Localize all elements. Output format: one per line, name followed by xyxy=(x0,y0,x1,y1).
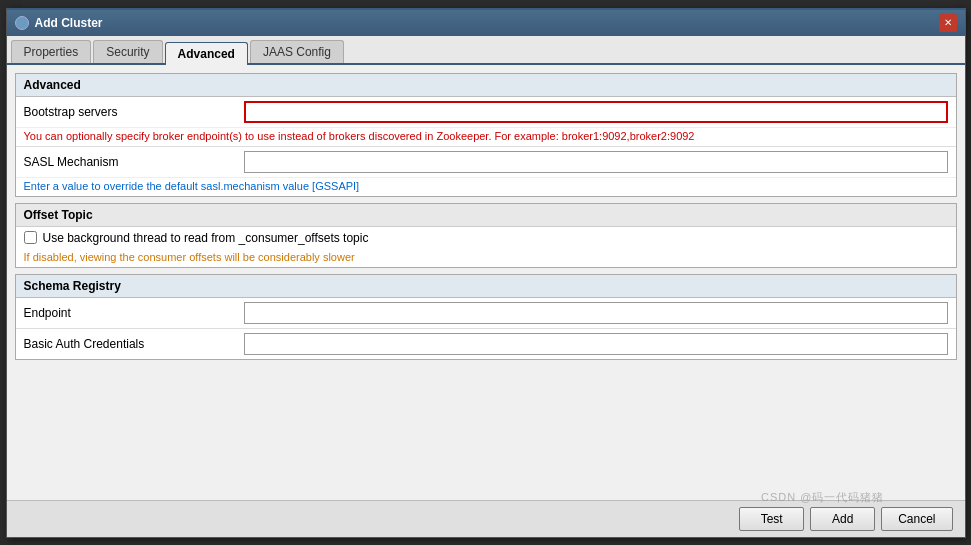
title-bar: Add Cluster ✕ xyxy=(7,10,965,36)
offset-topic-hint: If disabled, viewing the consumer offset… xyxy=(16,249,956,267)
endpoint-label: Endpoint xyxy=(24,306,244,320)
tab-security[interactable]: Security xyxy=(93,40,162,63)
offset-topic-section: Offset Topic Use background thread to re… xyxy=(15,203,957,268)
sasl-mechanism-label: SASL Mechanism xyxy=(24,155,244,169)
endpoint-input[interactable] xyxy=(244,302,948,324)
title-bar-left: Add Cluster xyxy=(15,16,103,30)
tab-properties[interactable]: Properties xyxy=(11,40,92,63)
basic-auth-row: Basic Auth Credentials xyxy=(16,328,956,359)
offset-topic-header: Offset Topic xyxy=(16,204,956,227)
endpoint-row: Endpoint xyxy=(16,298,956,328)
bootstrap-servers-input[interactable] xyxy=(244,101,948,123)
sasl-mechanism-row: SASL Mechanism xyxy=(16,146,956,177)
bootstrap-servers-hint: You can optionally specify broker endpoi… xyxy=(16,127,956,146)
advanced-section: Advanced Bootstrap servers You can optio… xyxy=(15,73,957,197)
content-area: Advanced Bootstrap servers You can optio… xyxy=(7,65,965,500)
sasl-mechanism-input[interactable] xyxy=(244,151,948,173)
tab-bar: Properties Security Advanced JAAS Config xyxy=(7,36,965,65)
offset-topic-checkbox-label: Use background thread to read from _cons… xyxy=(43,231,369,245)
basic-auth-input[interactable] xyxy=(244,333,948,355)
add-cluster-dialog: Add Cluster ✕ Properties Security Advanc… xyxy=(6,8,966,538)
cancel-button[interactable]: Cancel xyxy=(881,507,952,531)
test-button[interactable]: Test xyxy=(739,507,804,531)
dialog-title: Add Cluster xyxy=(35,16,103,30)
basic-auth-label: Basic Auth Credentials xyxy=(24,337,244,351)
tab-advanced[interactable]: Advanced xyxy=(165,42,248,65)
advanced-header: Advanced xyxy=(16,74,956,97)
bootstrap-servers-row: Bootstrap servers xyxy=(16,97,956,127)
watermark: CSDN @码一代码猪猪 xyxy=(761,490,884,505)
tab-jaas-config[interactable]: JAAS Config xyxy=(250,40,344,63)
schema-registry-section: Schema Registry Endpoint Basic Auth Cred… xyxy=(15,274,957,360)
schema-registry-header: Schema Registry xyxy=(16,275,956,298)
offset-topic-checkbox-row: Use background thread to read from _cons… xyxy=(16,227,956,249)
close-button[interactable]: ✕ xyxy=(939,14,957,32)
sasl-mechanism-hint: Enter a value to override the default sa… xyxy=(16,177,956,196)
bootstrap-servers-label: Bootstrap servers xyxy=(24,105,244,119)
offset-topic-checkbox[interactable] xyxy=(24,231,37,244)
dialog-footer: CSDN @码一代码猪猪 Test Add Cancel xyxy=(7,500,965,537)
add-button[interactable]: Add xyxy=(810,507,875,531)
cluster-icon xyxy=(15,16,29,30)
